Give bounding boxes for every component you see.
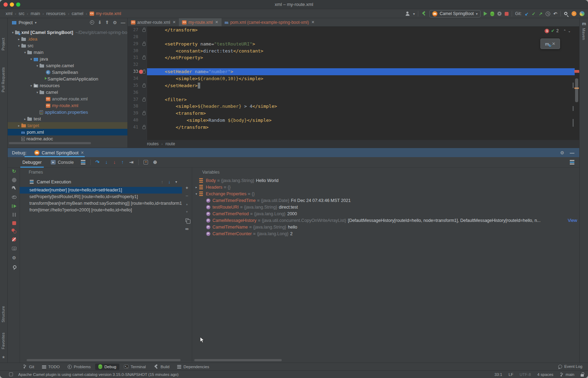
tree-row[interactable]: SampleBean — [8, 69, 127, 76]
force-step-into-icon[interactable]: ↓ — [113, 160, 116, 164]
tool-stripe-maven[interactable]: Maven — [582, 28, 586, 40]
select-opened-file-icon[interactable] — [90, 20, 94, 24]
tree-row[interactable]: application.properties — [8, 109, 127, 115]
line-number[interactable]: 27 — [128, 27, 138, 34]
tree-row[interactable]: ▸target — [8, 122, 127, 129]
view-link[interactable]: View — [566, 218, 577, 223]
tab-console[interactable]: Console — [49, 157, 76, 168]
rollback-icon[interactable]: ↶ — [553, 12, 557, 16]
project-settings-icon[interactable]: ⚙ — [113, 20, 117, 25]
tree-chevron-icon[interactable]: ▾ — [17, 44, 21, 48]
chevron-down-icon[interactable]: ▾ — [175, 180, 177, 184]
variable-row[interactable]: CamelTimerPeriod={java.lang.Long}2000 — [192, 210, 579, 217]
editor-tab[interactable]: pom.xml (camel-example-spring-boot-xml)✕ — [222, 18, 318, 26]
hide-panel-icon[interactable]: — — [570, 150, 574, 155]
variable-row[interactable]: ▾Exchange Properties={} — [192, 190, 579, 197]
tool-stripe-pull-requests[interactable]: Pull Requests — [1, 67, 5, 92]
search-everywhere-icon[interactable] — [564, 12, 567, 15]
line-number[interactable]: 39 — [128, 110, 138, 117]
breadcrumb-item[interactable]: resources — [46, 11, 65, 16]
close-tab-icon[interactable]: ✕ — [215, 20, 218, 24]
tree-row[interactable]: ▾src — [8, 42, 127, 49]
run-configuration-select[interactable]: Camel SpringBoot ▾ — [429, 10, 480, 18]
line-number[interactable]: 40 — [128, 117, 138, 124]
code-with-me-icon[interactable] — [580, 11, 584, 16]
frame-down-icon[interactable]: ↓ — [168, 180, 170, 184]
variable-row[interactable]: CamelTimerName={java.lang.String}hello — [192, 224, 579, 230]
tree-row[interactable]: ▾main — [8, 49, 127, 56]
close-tab-icon[interactable]: ✕ — [173, 20, 176, 24]
more-options-icon[interactable]: ⊕ — [153, 160, 157, 164]
code-text[interactable]: <simple>${random(0,10)}</simple> — [143, 75, 263, 82]
variable-row[interactable]: Body={java.lang.String}Hello World — [192, 177, 579, 184]
tree-row[interactable]: pom.xml — [8, 129, 127, 135]
frame-up-icon[interactable]: ↑ — [161, 180, 163, 184]
status-widget-33:1[interactable]: 33:1 — [495, 372, 502, 377]
tree-chevron-icon[interactable]: ▸ — [194, 186, 198, 189]
status-widget-4 spaces[interactable]: 4 spaces — [537, 372, 553, 377]
editor-code[interactable]: 27 </transform>2829 <setProperty name="t… — [128, 27, 579, 131]
tool-window-button-problems[interactable]: Problems — [64, 364, 94, 370]
tree-row[interactable]: ▸test — [8, 115, 127, 122]
status-widget-UTF-8[interactable]: UTF-8 — [519, 372, 531, 377]
tool-stripe-project[interactable]: Project — [1, 38, 5, 50]
line-number[interactable]: 28 — [128, 34, 138, 41]
tool-window-button-debug[interactable]: Debug — [95, 364, 119, 370]
line-number[interactable]: 41 — [128, 124, 138, 131]
tree-row[interactable]: ▾camel — [8, 89, 127, 96]
code-text[interactable]: </transform> — [143, 124, 209, 131]
tree-chevron-icon[interactable]: ▸ — [17, 124, 21, 127]
chevron-down-icon[interactable]: ▾ — [35, 21, 36, 24]
line-number[interactable]: 36 — [128, 89, 138, 96]
step-into-icon[interactable]: ↓ — [105, 160, 108, 164]
tree-row[interactable]: ▾resources — [8, 82, 127, 89]
favorites-star-icon[interactable]: ★ — [2, 355, 5, 359]
inspections-widget[interactable]: 1 ✔ 2 ⌃ ⌄ — [545, 27, 571, 34]
line-number[interactable]: 29 — [128, 41, 138, 48]
restore-layout-icon[interactable] — [570, 162, 574, 163]
tab-debugger[interactable]: Debugger — [20, 157, 44, 168]
tool-window-button-build[interactable]: Build — [150, 364, 173, 370]
settings-gear-icon[interactable]: ⚙ — [560, 150, 564, 155]
frames-horizontal-scrollbar[interactable] — [27, 359, 181, 361]
next-problem-icon[interactable]: ⌄ — [568, 29, 571, 33]
collapse-all-icon[interactable]: ⇧ — [105, 20, 109, 25]
tree-chevron-icon[interactable]: ▸ — [17, 37, 21, 41]
prev-problem-icon[interactable]: ⌃ — [563, 29, 566, 33]
remote-dev-icon[interactable] — [9, 372, 13, 376]
tree-chevron-icon[interactable]: ▾ — [194, 192, 198, 196]
tool-window-button-git[interactable]: Git — [20, 364, 37, 370]
frame-row[interactable]: transform[bean[ref:myBean method:saySome… — [20, 200, 182, 207]
step-over-icon[interactable]: ↷ — [96, 160, 100, 164]
tool-stripe-structure[interactable]: Structure — [1, 306, 5, 322]
code-text[interactable]: </transform> — [143, 27, 198, 34]
close-tab-icon[interactable]: ✕ — [311, 20, 314, 24]
maven-stripe-icon[interactable]: m — [582, 21, 586, 26]
editor-breadcrumb-item[interactable]: route — [166, 141, 175, 146]
coverage-button[interactable] — [497, 12, 502, 16]
tree-row[interactable]: readme.adoc — [8, 135, 127, 142]
run-button[interactable] — [484, 12, 487, 16]
variable-row[interactable]: CamelMessageHistory={java.util.concurren… — [192, 217, 579, 224]
variable-row[interactable]: testRouteURI={java.lang.String}direct:te… — [192, 204, 579, 210]
breadcrumb-item[interactable]: camel — [72, 11, 83, 16]
close-icon[interactable]: ✕ — [80, 150, 84, 155]
project-horizontal-scrollbar[interactable] — [9, 142, 91, 144]
tree-row[interactable]: another-route.xml — [8, 96, 127, 102]
tool-stripe-favorites[interactable]: Favorites — [1, 332, 5, 349]
chevron-down-icon[interactable]: ▾ — [413, 12, 415, 16]
line-number[interactable]: 37 — [128, 96, 138, 103]
tool-window-button-todo[interactable]: TODO — [39, 364, 63, 370]
breadcrumb-item[interactable]: main — [30, 11, 40, 16]
frame-row[interactable]: from[timer://hello?period=2000] [route=h… — [20, 207, 182, 214]
tree-row[interactable]: ▾xml [Camel SpringBoot]~/Dev/git/camel-s… — [8, 29, 127, 36]
hide-panel-icon[interactable]: — — [121, 20, 125, 25]
breadcrumb-item[interactable]: src — [19, 11, 24, 16]
tree-chevron-icon[interactable]: ▾ — [29, 57, 34, 61]
code-text[interactable]: <transform> — [143, 110, 206, 117]
close-icon[interactable]: ✕ — [552, 41, 555, 46]
build-project-icon[interactable] — [421, 11, 426, 16]
stop-button[interactable] — [505, 12, 509, 16]
git-update-icon[interactable]: ↙ — [525, 12, 528, 16]
code-text[interactable]: </setHeader> — [143, 82, 198, 89]
